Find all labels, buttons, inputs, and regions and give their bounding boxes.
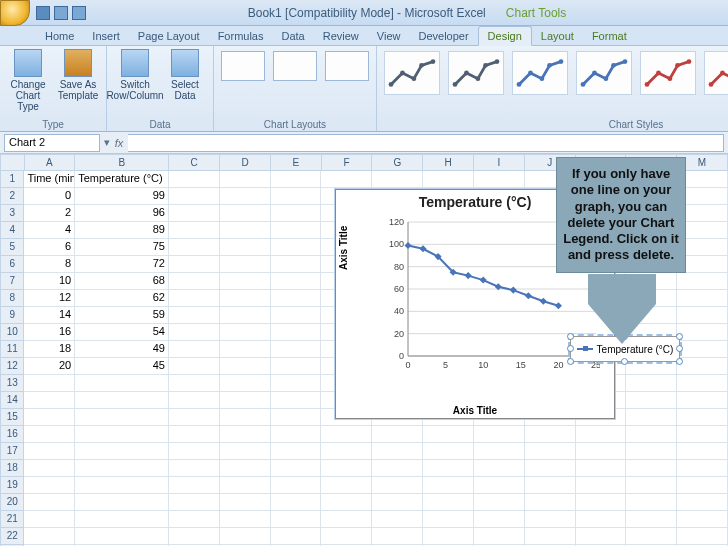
cell[interactable] [220,239,271,256]
cell[interactable] [220,188,271,205]
chart-style-option[interactable] [576,51,632,95]
cell[interactable] [321,426,372,443]
cell[interactable] [169,171,220,188]
cell[interactable] [321,477,372,494]
cell[interactable] [169,341,220,358]
cell[interactable] [677,511,728,528]
cell[interactable] [677,341,728,358]
cell[interactable] [271,392,322,409]
cell[interactable]: 59 [75,307,169,324]
cell[interactable] [576,426,627,443]
chart-style-option[interactable] [704,51,728,95]
chart-style-option[interactable] [640,51,696,95]
column-header[interactable]: G [372,154,423,171]
cell[interactable] [626,477,677,494]
cell[interactable] [220,256,271,273]
row-header[interactable]: 20 [0,494,24,511]
cell[interactable] [474,443,525,460]
cell[interactable] [271,324,322,341]
undo-icon[interactable] [54,6,68,20]
cell[interactable] [321,494,372,511]
row-header[interactable]: 18 [0,460,24,477]
cell[interactable] [75,528,169,545]
cell[interactable] [677,494,728,511]
cell[interactable] [271,358,322,375]
row-header[interactable]: 4 [0,222,24,239]
cell[interactable] [525,460,576,477]
cell[interactable] [220,324,271,341]
cell[interactable] [271,494,322,511]
redo-icon[interactable] [72,6,86,20]
cell[interactable] [576,477,627,494]
y-axis-title[interactable]: Axis Title [338,226,349,270]
cell[interactable] [576,511,627,528]
cell[interactable]: 18 [24,341,75,358]
cell[interactable] [220,273,271,290]
cell[interactable] [271,188,322,205]
cell[interactable] [24,426,75,443]
column-header[interactable]: B [75,154,169,171]
row-header[interactable]: 22 [0,528,24,545]
cell[interactable] [220,392,271,409]
cell[interactable] [169,256,220,273]
cell[interactable] [271,528,322,545]
cell[interactable] [677,426,728,443]
tab-formulas[interactable]: Formulas [209,27,273,45]
tab-view[interactable]: View [368,27,410,45]
column-header[interactable]: D [220,154,271,171]
cell[interactable] [220,494,271,511]
cell[interactable] [423,477,474,494]
cell[interactable] [169,375,220,392]
column-header[interactable]: A [25,154,76,171]
cell[interactable] [576,494,627,511]
x-axis-title[interactable]: Axis Title [336,405,614,416]
cell[interactable] [677,443,728,460]
cell[interactable] [271,273,322,290]
cell[interactable] [474,511,525,528]
cell[interactable] [271,460,322,477]
cell[interactable] [576,443,627,460]
tab-design[interactable]: Design [478,26,532,46]
cell[interactable] [169,324,220,341]
row-header[interactable]: 13 [0,375,24,392]
chart-style-option[interactable] [448,51,504,95]
cell[interactable] [677,392,728,409]
cell[interactable] [169,511,220,528]
column-header[interactable]: I [474,154,525,171]
cell[interactable] [220,222,271,239]
cell[interactable] [75,494,169,511]
cell[interactable] [169,239,220,256]
cell[interactable] [372,511,423,528]
cell[interactable] [220,443,271,460]
cell[interactable]: 0 [24,188,75,205]
cell[interactable] [626,511,677,528]
cell[interactable] [75,477,169,494]
column-header[interactable]: E [271,154,322,171]
row-header[interactable]: 5 [0,239,24,256]
cell[interactable]: Temperature (°C) [75,171,169,188]
cell[interactable] [321,511,372,528]
row-header[interactable]: 16 [0,426,24,443]
tab-layout[interactable]: Layout [532,27,583,45]
cell[interactable] [372,443,423,460]
chart-layout-option[interactable] [221,51,265,81]
cell[interactable] [271,477,322,494]
cell[interactable] [626,392,677,409]
cell[interactable]: 14 [24,307,75,324]
cell[interactable] [423,528,474,545]
cell[interactable] [220,341,271,358]
cell[interactable]: 20 [24,358,75,375]
cell[interactable] [576,460,627,477]
chart-style-option[interactable] [384,51,440,95]
cell[interactable] [220,460,271,477]
cell[interactable] [626,494,677,511]
name-box[interactable]: Chart 2 [4,134,100,152]
cell[interactable] [423,171,474,188]
cell[interactable] [677,307,728,324]
cell[interactable]: 99 [75,188,169,205]
cell[interactable] [271,171,322,188]
cell[interactable] [75,426,169,443]
cell[interactable] [24,511,75,528]
cell[interactable] [626,443,677,460]
formula-input[interactable] [128,134,724,152]
